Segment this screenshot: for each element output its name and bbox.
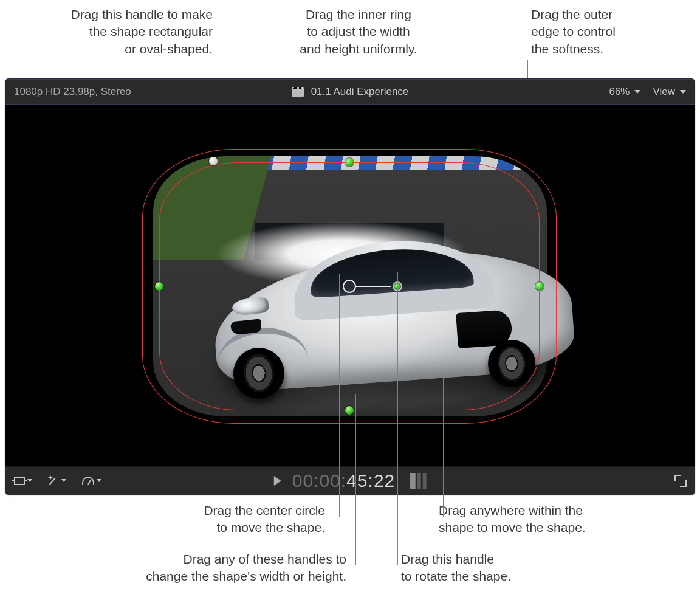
callout-outer-edge: Drag the outer edge to control the softn… (531, 6, 695, 58)
viewer-footer: 00:00:45:22 (5, 466, 695, 494)
mask-handle-top[interactable] (345, 158, 354, 167)
zoom-value: 66% (609, 86, 630, 98)
fullscreen-button[interactable] (675, 475, 686, 486)
timecode-bright: 45:22 (346, 471, 395, 491)
filmstrip-icon[interactable] (410, 473, 426, 489)
timecode[interactable]: 00:00:45:22 (292, 471, 396, 491)
viewer-header: 1080p HD 23.98p, Stereo 01.1 Audi Experi… (5, 79, 695, 105)
leader-rotate-handle (397, 272, 398, 565)
chevron-down-icon (634, 90, 640, 94)
callout-center-circle: Drag the center circle to move the shape… (125, 502, 325, 537)
crop-icon (14, 477, 25, 485)
timecode-dim: 00:00: (292, 471, 346, 491)
format-label: 1080p HD 23.98p, Stereo (14, 86, 131, 98)
clip-title[interactable]: 01.1 Audi Experience (311, 86, 409, 98)
callout-curvature: Drag this handle to make the shape recta… (30, 6, 213, 58)
zoom-dropdown[interactable]: 66% (609, 86, 640, 98)
mask-center-handle[interactable] (343, 280, 356, 293)
clapperboard-icon (292, 87, 304, 97)
expand-icon (675, 475, 686, 486)
leader-drag-inside (443, 377, 444, 517)
callout-drag-inside: Drag anywhere within the shape to move t… (439, 502, 682, 537)
chevron-down-icon (27, 479, 32, 482)
view-dropdown[interactable]: View (653, 86, 686, 98)
retime-tool[interactable] (82, 477, 101, 485)
leader-size-handles (355, 394, 356, 565)
chevron-down-icon (97, 479, 101, 482)
mask-handle-bottom[interactable] (345, 406, 354, 415)
chevron-down-icon (680, 90, 686, 94)
mask-curvature-handle[interactable] (209, 157, 218, 165)
chevron-down-icon (61, 479, 66, 482)
enhance-tool[interactable] (48, 475, 66, 486)
gauge-icon (82, 477, 94, 485)
viewer-panel: 1080p HD 23.98p, Stereo 01.1 Audi Experi… (5, 78, 695, 495)
leader-center-circle (339, 274, 340, 517)
mask-handle-left[interactable] (155, 282, 163, 291)
callout-size-handles: Drag any of these handles to change the … (61, 551, 346, 585)
viewer-stage[interactable] (5, 105, 695, 468)
transform-tool[interactable] (14, 477, 32, 485)
clip-image-area[interactable] (95, 122, 605, 450)
callout-inner-ring: Drag the inner ring to adjust the width … (261, 6, 456, 58)
view-label: View (653, 86, 675, 98)
mask-handle-right[interactable] (535, 282, 544, 291)
wand-icon (48, 475, 59, 486)
callout-rotate-handle: Drag this handle to rotate the shape. (401, 551, 608, 585)
play-icon[interactable] (274, 476, 281, 486)
